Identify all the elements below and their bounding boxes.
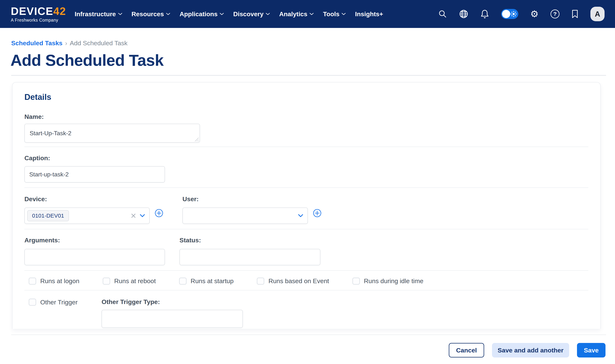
arguments-input[interactable] <box>25 249 165 265</box>
sun-icon <box>510 11 517 17</box>
checkbox-runs-at-startup[interactable]: Runs at startup <box>179 277 234 285</box>
user-column: User: <box>183 188 321 224</box>
checkbox-runs-based-on-event[interactable]: Runs based on Event <box>257 277 329 285</box>
field-divider <box>25 290 588 290</box>
menu-label: Tools <box>323 11 339 18</box>
menu-item-insights[interactable]: Insights+ <box>355 11 383 18</box>
menu-label: Applications <box>180 11 218 18</box>
chevron-down-icon <box>342 13 346 15</box>
checkbox-other-trigger[interactable]: Other Trigger <box>25 299 102 328</box>
user-label: User: <box>183 196 321 202</box>
other-trigger-type-column: Other Trigger Type: <box>102 299 243 328</box>
theme-toggle[interactable] <box>501 9 518 19</box>
breadcrumb-link-scheduled-tasks[interactable]: Scheduled Tasks <box>11 39 62 47</box>
help-glyph: ? <box>550 10 560 18</box>
checkbox-box[interactable] <box>103 278 110 285</box>
name-textarea[interactable]: Start-Up-Task-2 <box>25 124 200 143</box>
device-column: Device: 0101-DEV01 <box>25 188 183 224</box>
menu-item-infrastructure[interactable]: Infrastructure <box>75 11 122 18</box>
chevron-down-icon <box>266 13 270 15</box>
menu-item-applications[interactable]: Applications <box>180 11 224 18</box>
caption-label: Caption: <box>25 155 588 161</box>
device-label: Device: <box>25 196 183 202</box>
clear-x-icon[interactable] <box>131 213 136 218</box>
checkbox-runs-at-logon[interactable]: Runs at logon <box>29 277 79 285</box>
device-user-row: Device: 0101-DEV01 <box>25 188 588 224</box>
title-divider <box>11 75 606 76</box>
globe-icon[interactable] <box>459 9 468 19</box>
status-column: Status: <box>180 229 320 265</box>
logo-tagline: A Freshworks Company <box>11 18 66 22</box>
menu-item-resources[interactable]: Resources <box>131 11 170 18</box>
details-card: Details Name: Start-Up-Task-2 Caption: D… <box>12 82 601 329</box>
checkbox-box[interactable] <box>29 299 36 306</box>
checkbox-label: Runs based on Event <box>268 277 329 285</box>
name-label: Name: <box>25 114 588 120</box>
checkbox-box[interactable] <box>353 278 360 285</box>
resize-handle-icon[interactable] <box>195 137 199 141</box>
chevron-down-icon[interactable] <box>140 214 145 218</box>
add-user-button[interactable] <box>313 209 321 217</box>
checkbox-label: Runs at reboot <box>114 277 156 285</box>
status-label: Status: <box>180 237 320 243</box>
chevron-down-icon <box>310 13 314 15</box>
user-select[interactable] <box>183 208 308 224</box>
logo-device: DEVICE <box>11 5 53 17</box>
other-trigger-type-input[interactable] <box>102 310 243 328</box>
other-trigger-type-label: Other Trigger Type: <box>102 299 243 305</box>
menu-label: Resources <box>131 11 164 18</box>
help-icon[interactable]: ? <box>550 10 560 18</box>
avatar[interactable]: A <box>590 7 604 21</box>
checkbox-box[interactable] <box>29 278 36 285</box>
bookmark-icon[interactable] <box>571 10 578 18</box>
checkbox-box[interactable] <box>257 278 264 285</box>
status-input[interactable] <box>180 249 320 265</box>
breadcrumb-separator: › <box>65 39 67 47</box>
device-select[interactable]: 0101-DEV01 <box>25 208 150 224</box>
menu-label: Infrastructure <box>75 11 116 18</box>
device-select-controls <box>131 213 145 218</box>
chevron-down-icon <box>118 13 122 15</box>
caption-input[interactable] <box>25 166 165 182</box>
notifications-bell-icon[interactable] <box>480 9 489 19</box>
page: DEVICE42 A Freshworks Company Infrastruc… <box>0 0 615 364</box>
menu-label: Discovery <box>233 11 263 18</box>
main-content: Scheduled Tasks › Add Scheduled Task Add… <box>0 39 615 357</box>
menu-item-discovery[interactable]: Discovery <box>233 11 270 18</box>
checkbox-runs-at-reboot[interactable]: Runs at reboot <box>103 277 156 285</box>
chevron-down-icon <box>166 13 170 15</box>
chevron-down-icon <box>220 13 224 15</box>
add-device-button[interactable] <box>155 209 163 217</box>
chevron-down-icon[interactable] <box>298 214 303 218</box>
other-trigger-row: Other Trigger Other Trigger Type: <box>25 299 588 328</box>
checkbox-label: Runs during idle time <box>364 277 423 285</box>
search-icon[interactable] <box>438 10 447 18</box>
checkbox-runs-during-idle-time[interactable]: Runs during idle time <box>353 277 423 285</box>
footer-divider <box>11 335 606 335</box>
checkbox-box[interactable] <box>179 278 186 285</box>
toggle-knob <box>502 10 510 18</box>
menu-item-analytics[interactable]: Analytics <box>279 11 314 18</box>
details-section-title: Details <box>25 93 588 101</box>
main-menu: Infrastructure Resources Applications Di… <box>75 11 383 18</box>
breadcrumb-current: Add Scheduled Task <box>70 39 128 47</box>
field-divider <box>25 147 588 147</box>
menu-label: Analytics <box>279 11 307 18</box>
save-button[interactable]: Save <box>577 343 605 357</box>
page-title: Add Scheduled Task <box>11 51 615 69</box>
arguments-status-row: Arguments: Status: <box>25 229 588 265</box>
checkbox-label: Runs at startup <box>191 277 234 285</box>
cancel-button[interactable]: Cancel <box>449 343 484 357</box>
top-navbar: DEVICE42 A Freshworks Company Infrastruc… <box>0 0 615 28</box>
field-divider <box>25 270 588 271</box>
footer-actions: Cancel Save and add another Save <box>0 343 605 357</box>
logo-42: 42 <box>53 5 66 17</box>
menu-item-tools[interactable]: Tools <box>323 11 346 18</box>
logo-text: DEVICE42 <box>11 6 66 17</box>
navbar-actions: ⚙ ? A <box>438 7 604 21</box>
arguments-column: Arguments: <box>25 229 180 265</box>
settings-gear-icon[interactable]: ⚙ <box>530 9 539 19</box>
breadcrumb: Scheduled Tasks › Add Scheduled Task <box>11 39 615 47</box>
save-and-add-another-button[interactable]: Save and add another <box>492 343 569 357</box>
device42-logo[interactable]: DEVICE42 A Freshworks Company <box>11 6 66 22</box>
